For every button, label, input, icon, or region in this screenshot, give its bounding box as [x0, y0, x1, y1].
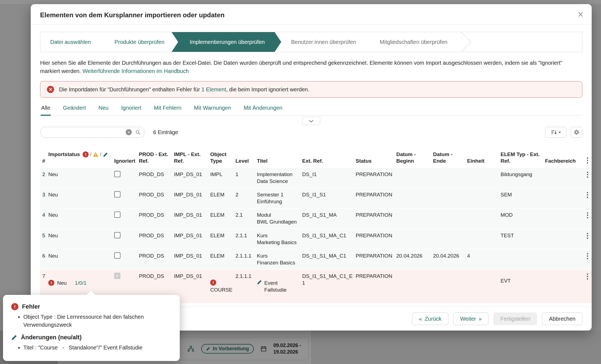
- cell-einheit: [467, 269, 501, 303]
- table-row: 2 Neu PROD_DS IMP_DS_01 IMPL 1 Implement…: [40, 168, 592, 188]
- tab-ignoriert[interactable]: Ignoriert: [120, 105, 142, 115]
- cell-importstatus: Neu: [48, 168, 114, 188]
- row-menu-kebab-icon[interactable]: ⋮: [584, 232, 591, 240]
- finish-button: Fertigstellen: [493, 312, 537, 325]
- error-details-popover: ! Fehler Object Type : Die Lernressource…: [3, 295, 180, 361]
- error-element-link[interactable]: 1 Element: [201, 86, 226, 92]
- cell-status: PREPARATION: [356, 208, 396, 228]
- sort-button[interactable]: ▾: [545, 127, 566, 138]
- row-menu-kebab-icon[interactable]: ⋮: [584, 211, 591, 219]
- handbuch-link[interactable]: Weiterführende Informationen im Handbuch: [83, 68, 189, 74]
- step-implementierungen-ueberpruefen[interactable]: Implementierungen überprüfen: [172, 32, 281, 52]
- error-icon: !: [48, 280, 54, 286]
- cell-ignoriert: [114, 249, 139, 269]
- error-counts-link[interactable]: 1/0/1: [75, 280, 86, 286]
- tab-mit-fehlern[interactable]: Mit Fehlern: [153, 105, 182, 115]
- alert-text-before: Die Importdaten für "Durchführungen" ent…: [59, 86, 200, 92]
- cell-num: 5: [40, 229, 48, 249]
- cell-status: PREPARATION: [356, 168, 396, 188]
- table-row: 3 Neu PROD_DS IMP_DS_01 ELEM 2 Semester …: [40, 188, 592, 208]
- cell-datum-ende: [433, 229, 467, 249]
- entries-count: 6 Einträge: [153, 129, 178, 136]
- cell-actions: ⋮: [584, 269, 592, 303]
- popover-changes-heading: Änderungen (neu/alt): [11, 334, 172, 341]
- col-ext-ref: Ext. Ref.: [302, 143, 356, 168]
- cell-elem-typ: [501, 249, 545, 269]
- col-ignoriert: Ignoriert: [114, 143, 139, 168]
- step-benutzerinnen-ueberpruefen[interactable]: Benutzer:innen überprüfen: [281, 32, 370, 52]
- col-label: Importstatus: [48, 151, 80, 158]
- popover-changes-item: Titel : "Course - Standalone"/" Event Fa…: [23, 344, 172, 352]
- row-menu-kebab-icon[interactable]: ⋮: [584, 252, 591, 260]
- next-button-label: Weiter: [460, 316, 476, 322]
- chevron-down-icon: ▾: [559, 130, 561, 134]
- cell-prod-ext-ref: PROD_DS: [139, 188, 174, 208]
- cell-elem-typ: TEST: [501, 229, 545, 249]
- cell-importstatus: Neu: [48, 229, 114, 249]
- titel-label: Event Fallstudie: [264, 280, 287, 293]
- next-button[interactable]: Weiter»: [453, 312, 489, 325]
- gear-icon: [573, 129, 580, 136]
- tab-alle[interactable]: Alle: [41, 105, 51, 116]
- cancel-button[interactable]: Abbrechen: [542, 312, 582, 325]
- col-status: Status: [356, 143, 396, 168]
- table-settings-button[interactable]: [571, 127, 582, 138]
- step-produkte-ueberpruefen[interactable]: Produkte überprüfen: [105, 32, 178, 52]
- cell-ignoriert: [114, 168, 139, 188]
- col-fachbereich: Fachbereich: [545, 143, 584, 168]
- tab-neu[interactable]: Neu: [98, 105, 109, 115]
- ignoriert-checkbox[interactable]: [114, 171, 120, 177]
- cell-elem-typ: EVT: [501, 269, 545, 303]
- collapse-filters-button[interactable]: [302, 117, 320, 125]
- close-icon[interactable]: ×: [578, 10, 583, 19]
- tab-geaendert[interactable]: Geändert: [62, 105, 86, 115]
- cell-object-type: ELEM: [210, 208, 235, 228]
- row-menu-kebab-icon[interactable]: ⋮: [584, 272, 591, 280]
- import-elements-table: # Importstatus !/ / Ignoriert PROD - Ex: [40, 143, 592, 304]
- cell-actions: ⋮: [584, 188, 592, 208]
- cell-ext-ref: DS_I1_S1_MA_C1: [302, 249, 356, 269]
- cell-fachbereich: [545, 208, 584, 228]
- cell-fachbereich: [545, 188, 584, 208]
- cell-prod-ext-ref: PROD_DS: [139, 208, 174, 228]
- cell-level: 2.1.1: [235, 229, 257, 249]
- cell-einheit: [467, 168, 501, 188]
- cell-fachbereich: [545, 269, 584, 303]
- row-menu-kebab-icon[interactable]: ⋮: [584, 170, 591, 179]
- cell-einheit: [467, 188, 501, 208]
- col-datum-ende: Datum - Ende: [433, 143, 467, 168]
- slash-separator: /: [100, 151, 101, 158]
- cell-status: PREPARATION: [356, 269, 396, 303]
- slash-separator: /: [90, 151, 91, 158]
- popover-error-item: Object Type : Die Lernressource hat den …: [23, 313, 172, 329]
- step-datei-auswaehlen[interactable]: Datei auswählen: [40, 32, 105, 52]
- cell-datum-beginn: [396, 269, 433, 303]
- tab-mit-warnungen[interactable]: Mit Warnungen: [193, 105, 232, 115]
- cell-num: 2: [40, 168, 48, 188]
- search-input[interactable]: [46, 129, 122, 135]
- chevron-down-icon: [309, 120, 314, 123]
- step-mitgliedschaften-ueberpruefen[interactable]: Mitgliedschaften überprüfen: [370, 32, 461, 52]
- row-menu-kebab-icon[interactable]: ⋮: [584, 191, 591, 199]
- search-icon[interactable]: [135, 129, 141, 135]
- error-alert-text: Die Importdaten für "Durchführungen" ent…: [59, 86, 309, 93]
- back-button[interactable]: «Zurück: [412, 312, 448, 325]
- cell-datum-beginn: [396, 168, 433, 188]
- header-menu-kebab-icon[interactable]: ⋮: [584, 156, 591, 164]
- ignoriert-checkbox[interactable]: [114, 191, 120, 197]
- tab-mit-aenderungen[interactable]: Mit Änderungen: [243, 105, 283, 115]
- popover-error-heading: ! Fehler: [11, 303, 172, 310]
- cell-importstatus: Neu: [48, 249, 114, 269]
- chevrons-left-icon: «: [419, 316, 422, 322]
- ignoriert-checkbox[interactable]: [114, 211, 120, 218]
- clear-search-icon[interactable]: ✕: [126, 129, 132, 135]
- ignoriert-checkbox[interactable]: [114, 252, 120, 259]
- ignoriert-checkbox-checked-disabled: [114, 273, 120, 279]
- cell-actions: ⋮: [584, 229, 592, 249]
- table-header-row: # Importstatus !/ / Ignoriert PROD - Ex: [40, 143, 592, 168]
- cell-datum-ende: [433, 168, 467, 188]
- cell-impl-ext-ref: IMP_DS_01: [174, 168, 210, 188]
- alert-text-after: , die beim Import ignoriert werden.: [226, 86, 309, 92]
- ignoriert-checkbox[interactable]: [114, 232, 120, 238]
- cell-num: 3: [40, 188, 48, 208]
